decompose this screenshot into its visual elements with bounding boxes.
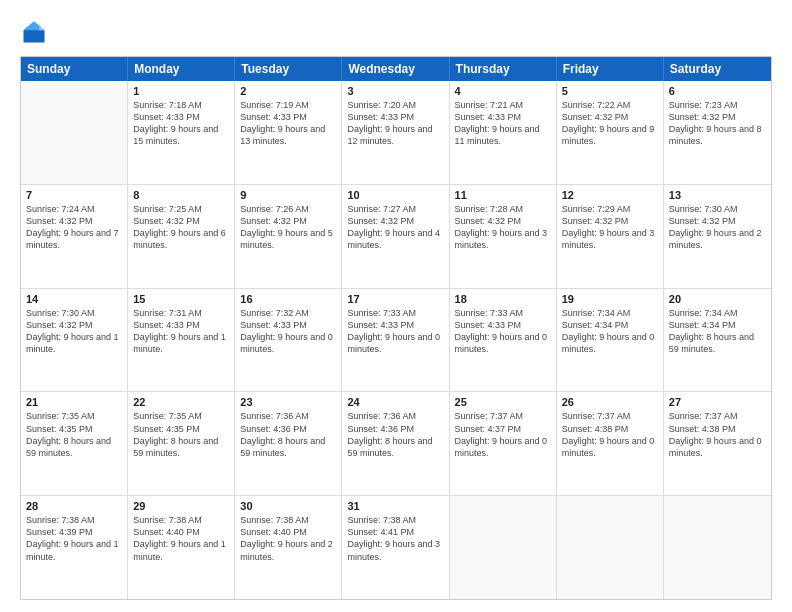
- calendar-cell: 3Sunrise: 7:20 AMSunset: 4:33 PMDaylight…: [342, 81, 449, 184]
- sunset-text: Sunset: 4:33 PM: [347, 319, 443, 331]
- day-number: 12: [562, 189, 658, 201]
- day-number: 6: [669, 85, 766, 97]
- day-number: 29: [133, 500, 229, 512]
- sunrise-text: Sunrise: 7:37 AM: [562, 410, 658, 422]
- sunset-text: Sunset: 4:34 PM: [562, 319, 658, 331]
- sunrise-text: Sunrise: 7:38 AM: [240, 514, 336, 526]
- day-number: 1: [133, 85, 229, 97]
- sunset-text: Sunset: 4:38 PM: [562, 423, 658, 435]
- daylight-text: Daylight: 9 hours and 1 minute.: [26, 331, 122, 355]
- sunset-text: Sunset: 4:36 PM: [347, 423, 443, 435]
- sunrise-text: Sunrise: 7:28 AM: [455, 203, 551, 215]
- header-cell-wednesday: Wednesday: [342, 57, 449, 81]
- sunset-text: Sunset: 4:37 PM: [455, 423, 551, 435]
- calendar-page: SundayMondayTuesdayWednesdayThursdayFrid…: [0, 0, 792, 612]
- calendar-cell: 12Sunrise: 7:29 AMSunset: 4:32 PMDayligh…: [557, 185, 664, 288]
- sunrise-text: Sunrise: 7:18 AM: [133, 99, 229, 111]
- daylight-text: Daylight: 9 hours and 11 minutes.: [455, 123, 551, 147]
- sunset-text: Sunset: 4:32 PM: [455, 215, 551, 227]
- calendar-cell: 2Sunrise: 7:19 AMSunset: 4:33 PMDaylight…: [235, 81, 342, 184]
- sunset-text: Sunset: 4:35 PM: [133, 423, 229, 435]
- calendar-cell: 31Sunrise: 7:38 AMSunset: 4:41 PMDayligh…: [342, 496, 449, 599]
- calendar-cell: [664, 496, 771, 599]
- daylight-text: Daylight: 9 hours and 0 minutes.: [562, 435, 658, 459]
- sunset-text: Sunset: 4:38 PM: [669, 423, 766, 435]
- calendar-week-4: 28Sunrise: 7:38 AMSunset: 4:39 PMDayligh…: [21, 496, 771, 599]
- calendar-week-2: 14Sunrise: 7:30 AMSunset: 4:32 PMDayligh…: [21, 289, 771, 393]
- daylight-text: Daylight: 9 hours and 12 minutes.: [347, 123, 443, 147]
- sunset-text: Sunset: 4:32 PM: [240, 215, 336, 227]
- day-number: 22: [133, 396, 229, 408]
- daylight-text: Daylight: 9 hours and 13 minutes.: [240, 123, 336, 147]
- header-cell-sunday: Sunday: [21, 57, 128, 81]
- sunset-text: Sunset: 4:32 PM: [26, 319, 122, 331]
- calendar-cell: 28Sunrise: 7:38 AMSunset: 4:39 PMDayligh…: [21, 496, 128, 599]
- calendar-cell: [450, 496, 557, 599]
- sunset-text: Sunset: 4:34 PM: [669, 319, 766, 331]
- sunset-text: Sunset: 4:39 PM: [26, 526, 122, 538]
- day-number: 19: [562, 293, 658, 305]
- sunset-text: Sunset: 4:35 PM: [26, 423, 122, 435]
- sunrise-text: Sunrise: 7:37 AM: [455, 410, 551, 422]
- daylight-text: Daylight: 9 hours and 0 minutes.: [455, 435, 551, 459]
- sunrise-text: Sunrise: 7:34 AM: [669, 307, 766, 319]
- day-number: 18: [455, 293, 551, 305]
- day-number: 15: [133, 293, 229, 305]
- day-number: 25: [455, 396, 551, 408]
- header-cell-friday: Friday: [557, 57, 664, 81]
- header-cell-monday: Monday: [128, 57, 235, 81]
- sunset-text: Sunset: 4:32 PM: [133, 215, 229, 227]
- daylight-text: Daylight: 9 hours and 1 minute.: [133, 538, 229, 562]
- day-number: 3: [347, 85, 443, 97]
- daylight-text: Daylight: 9 hours and 5 minutes.: [240, 227, 336, 251]
- calendar-cell: 30Sunrise: 7:38 AMSunset: 4:40 PMDayligh…: [235, 496, 342, 599]
- sunrise-text: Sunrise: 7:35 AM: [26, 410, 122, 422]
- calendar-cell: 27Sunrise: 7:37 AMSunset: 4:38 PMDayligh…: [664, 392, 771, 495]
- sunrise-text: Sunrise: 7:33 AM: [347, 307, 443, 319]
- day-number: 30: [240, 500, 336, 512]
- calendar-cell: 9Sunrise: 7:26 AMSunset: 4:32 PMDaylight…: [235, 185, 342, 288]
- sunrise-text: Sunrise: 7:29 AM: [562, 203, 658, 215]
- daylight-text: Daylight: 9 hours and 0 minutes.: [455, 331, 551, 355]
- sunrise-text: Sunrise: 7:36 AM: [347, 410, 443, 422]
- calendar-cell: 25Sunrise: 7:37 AMSunset: 4:37 PMDayligh…: [450, 392, 557, 495]
- day-number: 14: [26, 293, 122, 305]
- daylight-text: Daylight: 9 hours and 8 minutes.: [669, 123, 766, 147]
- sunset-text: Sunset: 4:40 PM: [133, 526, 229, 538]
- day-number: 7: [26, 189, 122, 201]
- sunrise-text: Sunrise: 7:21 AM: [455, 99, 551, 111]
- daylight-text: Daylight: 8 hours and 59 minutes.: [26, 435, 122, 459]
- calendar-cell: 1Sunrise: 7:18 AMSunset: 4:33 PMDaylight…: [128, 81, 235, 184]
- sunrise-text: Sunrise: 7:26 AM: [240, 203, 336, 215]
- sunrise-text: Sunrise: 7:35 AM: [133, 410, 229, 422]
- calendar-cell: 22Sunrise: 7:35 AMSunset: 4:35 PMDayligh…: [128, 392, 235, 495]
- sunrise-text: Sunrise: 7:25 AM: [133, 203, 229, 215]
- sunset-text: Sunset: 4:32 PM: [562, 111, 658, 123]
- calendar-cell: 15Sunrise: 7:31 AMSunset: 4:33 PMDayligh…: [128, 289, 235, 392]
- sunrise-text: Sunrise: 7:38 AM: [347, 514, 443, 526]
- day-number: 31: [347, 500, 443, 512]
- header: [20, 18, 772, 46]
- calendar-cell: 11Sunrise: 7:28 AMSunset: 4:32 PMDayligh…: [450, 185, 557, 288]
- calendar-cell: 24Sunrise: 7:36 AMSunset: 4:36 PMDayligh…: [342, 392, 449, 495]
- day-number: 20: [669, 293, 766, 305]
- sunrise-text: Sunrise: 7:31 AM: [133, 307, 229, 319]
- day-number: 2: [240, 85, 336, 97]
- day-number: 21: [26, 396, 122, 408]
- day-number: 24: [347, 396, 443, 408]
- day-number: 13: [669, 189, 766, 201]
- calendar-cell: [557, 496, 664, 599]
- sunrise-text: Sunrise: 7:19 AM: [240, 99, 336, 111]
- sunset-text: Sunset: 4:32 PM: [669, 111, 766, 123]
- sunset-text: Sunset: 4:33 PM: [455, 111, 551, 123]
- sunset-text: Sunset: 4:32 PM: [26, 215, 122, 227]
- sunrise-text: Sunrise: 7:32 AM: [240, 307, 336, 319]
- svg-marker-2: [39, 25, 44, 30]
- daylight-text: Daylight: 9 hours and 0 minutes.: [347, 331, 443, 355]
- daylight-text: Daylight: 9 hours and 0 minutes.: [669, 435, 766, 459]
- calendar-cell: [21, 81, 128, 184]
- sunset-text: Sunset: 4:40 PM: [240, 526, 336, 538]
- day-number: 11: [455, 189, 551, 201]
- calendar-cell: 18Sunrise: 7:33 AMSunset: 4:33 PMDayligh…: [450, 289, 557, 392]
- calendar-cell: 6Sunrise: 7:23 AMSunset: 4:32 PMDaylight…: [664, 81, 771, 184]
